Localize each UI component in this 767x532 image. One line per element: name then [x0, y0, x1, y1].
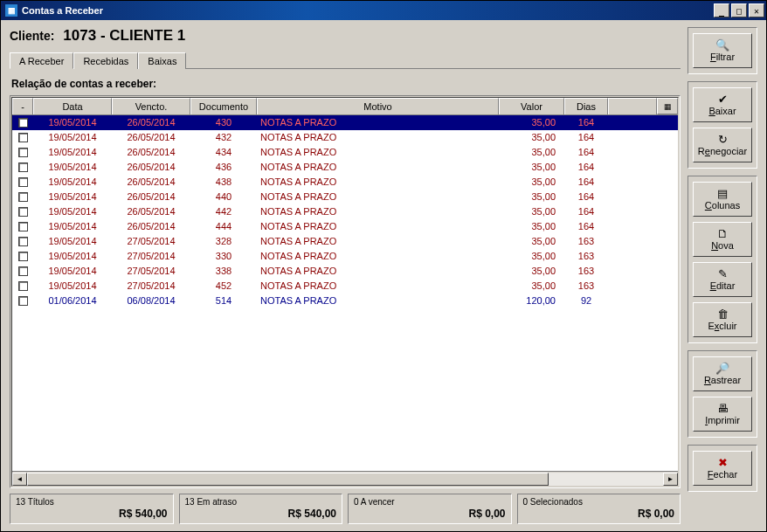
cell-dias: 164 [564, 175, 608, 190]
table-row[interactable]: 19/05/201427/05/2014330NOTAS A PRAZO35,0… [12, 249, 678, 264]
cell-valor: 35,00 [499, 204, 564, 219]
cell-data: 19/05/2014 [33, 204, 112, 219]
cell-valor: 35,00 [499, 234, 564, 249]
cell-data: 19/05/2014 [33, 175, 112, 190]
cell-documento: 514 [190, 294, 257, 308]
minimize-button[interactable]: _ [714, 3, 729, 17]
scroll-thumb[interactable] [27, 473, 549, 486]
row-checkbox[interactable] [18, 266, 28, 276]
filtrar-button[interactable]: 🔍 FFiltrariltrar [693, 33, 752, 68]
cell-motivo: NOTAS A PRAZO [257, 279, 499, 294]
colunas-button[interactable]: ▤ Colunas [693, 182, 752, 217]
cell-motivo: NOTAS A PRAZO [257, 115, 499, 130]
table-row[interactable]: 19/05/201427/05/2014328NOTAS A PRAZO35,0… [12, 234, 678, 249]
nova-button[interactable]: 🗋 Nova [693, 222, 752, 257]
table-row[interactable]: 19/05/201426/05/2014444NOTAS A PRAZO35,0… [12, 219, 678, 234]
row-checkbox[interactable] [18, 177, 28, 187]
cell-vencto: 27/05/2014 [112, 264, 190, 279]
cell-valor: 35,00 [499, 190, 564, 204]
row-checkbox[interactable] [18, 133, 28, 142]
summary-atraso: 13 Em atraso R$ 540,00 [179, 494, 343, 524]
cell-documento: 438 [190, 175, 257, 190]
cell-documento: 430 [190, 115, 257, 130]
col-vencto[interactable]: Vencto. [112, 98, 190, 114]
summary-selecionados: 0 Selecionados R$ 0,00 [517, 494, 681, 524]
cliente-header: Cliente: 1073 - CLIENTE 1 [10, 27, 681, 45]
imprimir-button[interactable]: 🖶 Imprimir [693, 397, 752, 432]
cell-documento: 432 [190, 130, 257, 145]
cell-valor: 35,00 [499, 115, 564, 130]
row-checkbox[interactable] [18, 252, 28, 261]
scroll-left-button[interactable]: ◄ [12, 473, 27, 486]
baixar-button[interactable]: ✔ Baixar [693, 87, 752, 122]
cell-data: 19/05/2014 [33, 264, 112, 279]
table-row[interactable]: 19/05/201426/05/2014432NOTAS A PRAZO35,0… [12, 130, 678, 145]
cell-documento: 452 [190, 279, 257, 294]
col-data[interactable]: Data [33, 98, 112, 114]
refresh-icon: ↻ [718, 134, 728, 145]
fechar-button[interactable]: ✖ Fechar [693, 451, 752, 486]
row-checkbox[interactable] [18, 237, 28, 246]
col-dias[interactable]: Dias [564, 98, 608, 114]
tab-baixas[interactable]: Baixas [138, 52, 186, 69]
cell-valor: 35,00 [499, 264, 564, 279]
table-row[interactable]: 19/05/201426/05/2014438NOTAS A PRAZO35,0… [12, 175, 678, 190]
cell-vencto: 26/05/2014 [112, 190, 190, 204]
editar-button[interactable]: ✎ Editar [693, 262, 752, 297]
search-icon: 🔎 [715, 363, 729, 374]
cell-dias: 163 [564, 279, 608, 294]
table-row[interactable]: 19/05/201427/05/2014338NOTAS A PRAZO35,0… [12, 264, 678, 279]
renegociar-button[interactable]: ↻ Renegociar [693, 128, 752, 162]
columns-icon: ▤ [717, 188, 728, 199]
cell-documento: 338 [190, 264, 257, 279]
horizontal-scrollbar[interactable]: ◄ ► [12, 471, 678, 486]
table-row[interactable]: 01/06/201406/08/2014514NOTAS A PRAZO120,… [12, 294, 678, 308]
scroll-track[interactable] [27, 473, 663, 486]
tab-a-receber[interactable]: A Receber [10, 52, 73, 69]
cell-valor: 35,00 [499, 175, 564, 190]
check-icon: ✔ [718, 93, 728, 105]
cell-dias: 164 [564, 115, 608, 130]
col-checkbox[interactable]: - [12, 98, 33, 114]
table-row[interactable]: 19/05/201426/05/2014440NOTAS A PRAZO35,0… [12, 190, 678, 204]
delete-icon: 🗑 [717, 308, 729, 320]
cell-documento: 330 [190, 249, 257, 264]
excluir-button[interactable]: 🗑 Excluir [693, 302, 752, 337]
row-checkbox[interactable] [18, 118, 28, 128]
cell-vencto: 26/05/2014 [112, 130, 190, 145]
row-checkbox[interactable] [18, 148, 28, 157]
table-row[interactable]: 19/05/201426/05/2014434NOTAS A PRAZO35,0… [12, 145, 678, 160]
cell-vencto: 26/05/2014 [112, 219, 190, 234]
cell-dias: 92 [564, 294, 608, 308]
row-checkbox[interactable] [18, 222, 28, 231]
table-row[interactable]: 19/05/201427/05/2014452NOTAS A PRAZO35,0… [12, 279, 678, 294]
edit-icon: ✎ [718, 268, 728, 280]
cell-vencto: 26/05/2014 [112, 160, 190, 175]
col-motivo[interactable]: Motivo [257, 98, 499, 114]
row-checkbox[interactable] [18, 281, 28, 291]
cell-valor: 35,00 [499, 219, 564, 234]
row-checkbox[interactable] [18, 296, 28, 306]
table-row[interactable]: 19/05/201426/05/2014436NOTAS A PRAZO35,0… [12, 160, 678, 175]
table-row[interactable]: 19/05/201426/05/2014430NOTAS A PRAZO35,0… [12, 115, 678, 130]
col-documento[interactable]: Documento [190, 98, 257, 114]
row-checkbox[interactable] [18, 207, 28, 217]
cell-motivo: NOTAS A PRAZO [257, 294, 499, 308]
cell-data: 19/05/2014 [33, 190, 112, 204]
cell-dias: 164 [564, 204, 608, 219]
summary-bar: 13 Títulos R$ 540,00 13 Em atraso R$ 540… [10, 494, 681, 524]
grid-body[interactable]: 19/05/201426/05/2014430NOTAS A PRAZO35,0… [12, 115, 678, 471]
cell-motivo: NOTAS A PRAZO [257, 249, 499, 264]
maximize-button[interactable]: □ [731, 3, 747, 17]
grid-panel: - Data Vencto. Documento Motivo Valor Di… [10, 95, 681, 488]
rastrear-button[interactable]: 🔎 Rastrear [693, 356, 752, 391]
tab-recebidas[interactable]: Recebidas [73, 52, 138, 69]
grid-options-button[interactable]: ▦ [657, 98, 678, 114]
row-checkbox[interactable] [18, 162, 28, 172]
cell-vencto: 27/05/2014 [112, 279, 190, 294]
row-checkbox[interactable] [18, 192, 28, 202]
col-valor[interactable]: Valor [499, 98, 564, 114]
close-button[interactable]: ✕ [749, 3, 764, 17]
table-row[interactable]: 19/05/201426/05/2014442NOTAS A PRAZO35,0… [12, 204, 678, 219]
scroll-right-button[interactable]: ► [663, 473, 678, 486]
